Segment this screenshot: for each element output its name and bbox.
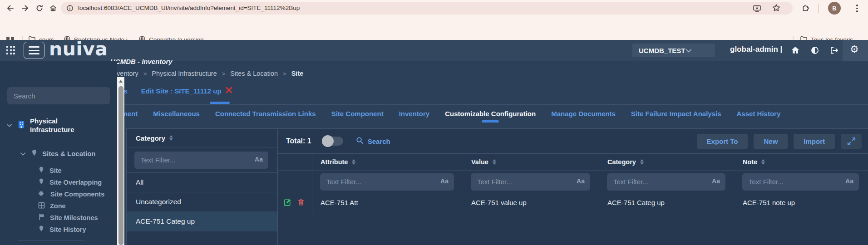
sort-icon[interactable]	[352, 159, 355, 165]
user-separator: |	[780, 45, 783, 54]
sort-icon[interactable]	[493, 159, 496, 165]
chevron-down-icon[interactable]	[20, 150, 26, 158]
category-column-filter-input[interactable]	[607, 173, 725, 191]
forward-icon[interactable]	[21, 4, 29, 12]
install-app-icon[interactable]	[753, 4, 761, 13]
profile-avatar[interactable]: B	[828, 2, 841, 15]
tab-inventory[interactable]: Inventory	[399, 110, 430, 118]
search-icon	[356, 137, 364, 146]
chevron-down-icon[interactable]	[6, 121, 12, 129]
home-icon[interactable]	[791, 46, 800, 56]
contrast-icon[interactable]	[811, 46, 819, 56]
case-sensitive-toggle[interactable]: Aa	[440, 177, 449, 185]
sidebar-item-sites-location[interactable]: Sites & Location	[20, 149, 96, 158]
category-panel-header[interactable]: Category	[127, 129, 277, 147]
sidebar-search-input[interactable]	[7, 87, 110, 104]
sidebar-item-site-components[interactable]: Site Components	[38, 188, 104, 200]
cell-value: ACE-751 value up	[463, 199, 599, 206]
url-text[interactable]: localhost:6083/ACE_UCMDB_UI/inv/site/add…	[78, 5, 300, 11]
site-info-icon[interactable]	[66, 5, 74, 12]
tab-miscellaneous[interactable]: Miscellaneous	[153, 110, 200, 118]
sidebar-item-site-history[interactable]: Site History	[38, 224, 86, 235]
table-toolbar: Total: 1 Search Export To New Import	[278, 129, 868, 153]
tab-customizable-configuration[interactable]: Customizable Configuration	[445, 110, 536, 118]
vertical-scrollbar[interactable]	[117, 77, 124, 245]
browser-menu-icon[interactable]	[856, 5, 858, 12]
tab-edit-site[interactable]: Edit Site : SITE_11112 up	[141, 87, 232, 95]
search-label: Search	[368, 137, 390, 145]
detail-nav-tabs: Element Miscellaneous Connected Transmis…	[111, 110, 780, 118]
back-icon[interactable]	[6, 4, 15, 12]
menu-toggle-button[interactable]	[24, 42, 44, 59]
case-sensitive-toggle[interactable]: Aa	[255, 156, 263, 163]
column-header-value[interactable]: Value	[463, 158, 599, 166]
configuration-panel: Total: 1 Search Export To New Import	[278, 128, 868, 245]
sidebar-item-site-milestones[interactable]: Site Milestones	[38, 212, 98, 224]
note-filter-input[interactable]	[742, 173, 859, 191]
category-item-uncategorized[interactable]: Uncategorized	[127, 192, 277, 212]
tab-site-failure-impact-analysis[interactable]: Site Failure Impact Analysis	[631, 110, 721, 118]
sort-icon[interactable]	[761, 159, 765, 165]
column-header-note[interactable]: Note	[735, 158, 868, 166]
sort-icon[interactable]	[640, 159, 644, 165]
tab-site-component[interactable]: Site Component	[331, 110, 384, 118]
extensions-icon[interactable]	[802, 4, 811, 13]
browser-home-icon[interactable]	[49, 4, 57, 12]
category-filter: Aa	[134, 152, 268, 169]
bookmark-star-icon[interactable]	[772, 4, 781, 13]
address-bar[interactable]: localhost:6083/ACE_UCMDB_UI/inv/site/add…	[61, 2, 793, 15]
expand-button[interactable]	[841, 134, 862, 149]
export-to-button[interactable]: Export To	[697, 134, 748, 149]
sidebar-item-physical-infrastructure[interactable]: Physical Infrastructure	[6, 117, 98, 134]
case-sensitive-toggle[interactable]: Aa	[845, 177, 853, 185]
filter-toggle[interactable]	[323, 137, 343, 146]
close-icon[interactable]	[226, 87, 232, 95]
settings-strip: ⚙	[843, 40, 868, 61]
scrollbar-up-arrow[interactable]	[117, 77, 124, 85]
sidebar-item-label: Site Components	[50, 191, 104, 198]
case-sensitive-toggle[interactable]: Aa	[577, 177, 585, 185]
category-filter-row: Aa	[127, 147, 277, 173]
toggle-knob[interactable]	[322, 135, 334, 147]
toolbar-separator	[818, 4, 819, 13]
logout-icon[interactable]	[830, 46, 838, 56]
table-row[interactable]: ACE-751 Att ACE-751 value up ACE-751 Cat…	[278, 193, 868, 212]
case-sensitive-toggle[interactable]: Aa	[712, 177, 720, 185]
tab-asset-history[interactable]: Asset History	[737, 110, 781, 118]
column-header-attribute[interactable]: Attribute	[312, 158, 463, 166]
cell-attribute: ACE-751 Att	[312, 199, 463, 206]
category-item-all[interactable]: All	[127, 173, 277, 192]
ucmdb-app: nuiva UCMDB_TEST global-admin | ⚙	[0, 40, 868, 245]
value-filter: Aa	[471, 173, 590, 191]
sidebar-item-label: Site Overlapping	[49, 179, 102, 186]
tab-manage-documents[interactable]: Manage Documents	[551, 110, 616, 118]
environment-selector[interactable]: UCMDB_TEST	[632, 44, 715, 57]
edit-icon[interactable]	[284, 198, 291, 207]
table-search[interactable]: Search	[356, 137, 390, 146]
tab-edit-site-label: Edit Site : SITE_11112 up	[141, 87, 222, 95]
browser-chrome: localhost:6083/ACE_UCMDB_UI/inv/site/add…	[0, 0, 868, 40]
tab-connected-transmission-links[interactable]: Connected Transmission Links	[215, 110, 316, 118]
category-item-ace751[interactable]: ACE-751 Categ up	[127, 212, 277, 231]
breadcrumb-sites-location[interactable]: Sites & Location	[230, 70, 278, 77]
breadcrumb-physical-infrastructure[interactable]: Physical Infrastructure	[152, 70, 217, 77]
new-button[interactable]: New	[754, 134, 788, 149]
sidebar-item-label: Sites & Location	[42, 150, 96, 157]
delete-icon[interactable]	[297, 198, 305, 207]
value-filter-input[interactable]	[471, 173, 590, 191]
category-filter-input[interactable]	[134, 152, 268, 169]
app-grid-icon[interactable]	[6, 46, 15, 54]
sidebar-item-site-overlapping[interactable]: Site Overlapping	[38, 176, 102, 188]
reload-icon[interactable]	[35, 4, 44, 12]
import-button[interactable]: Import	[794, 134, 835, 149]
sidebar: Physical Infrastructure Sites & Location…	[0, 61, 117, 245]
sidebar-item-zone[interactable]: Zone	[38, 200, 66, 212]
attribute-filter-input[interactable]	[320, 173, 454, 191]
gear-icon[interactable]: ⚙	[850, 44, 859, 55]
bookmarks-bar: cours Bootstrap vs Node.j... Connaître l…	[0, 16, 868, 40]
sidebar-item-label: Site History	[49, 226, 86, 233]
scrollbar-thumb[interactable]	[118, 86, 123, 245]
sidebar-item-site[interactable]: Site	[38, 165, 62, 176]
column-header-category[interactable]: Category	[599, 158, 735, 166]
sort-icon[interactable]	[169, 135, 173, 141]
